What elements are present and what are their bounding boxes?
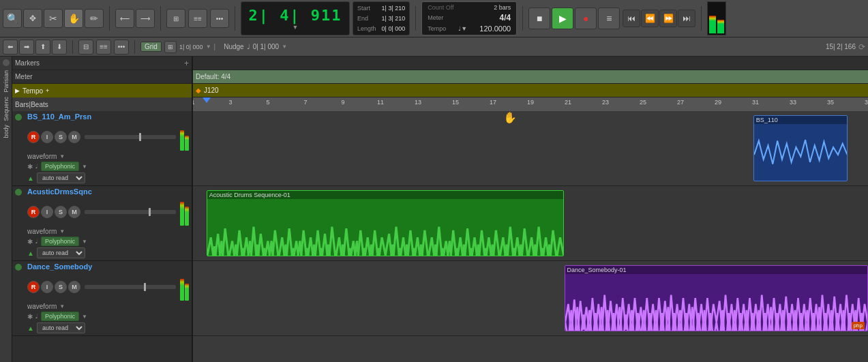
track1-solo-btn[interactable]: S	[55, 131, 67, 143]
track2-waveform-dropdown[interactable]: ▼	[59, 228, 65, 235]
track3-solo-btn[interactable]: S	[55, 281, 67, 293]
arrow-left-btn[interactable]: ⟵	[115, 9, 134, 28]
pencil-tool-btn[interactable]: ✏	[85, 9, 104, 28]
nudge-dropdown[interactable]: ▼	[282, 44, 287, 50]
track3-auto-select[interactable]: auto read auto write auto touch off	[37, 322, 85, 333]
track1-input-btn[interactable]: I	[41, 131, 53, 143]
track3-header-main: Dance_Somebody R I S M	[25, 261, 192, 335]
tempo-expand-arrow[interactable]: ▶	[15, 87, 20, 94]
bar-number-25: 25	[640, 99, 646, 106]
add-ruler-btn[interactable]: +	[184, 59, 189, 68]
eq-btn[interactable]: ≡≡	[188, 9, 207, 28]
divider5	[522, 6, 523, 31]
selector-tool-btn[interactable]: ✂	[44, 9, 63, 28]
track2-mute-btn[interactable]: M	[68, 206, 80, 218]
track1-name[interactable]: BS_110_Am_Prsn	[25, 111, 192, 122]
loop-button[interactable]: ≡	[598, 7, 620, 29]
track2-solo-btn[interactable]: S	[55, 206, 67, 218]
track1-clip-1[interactable]: BS_110	[753, 115, 848, 181]
track3-waveform-dropdown[interactable]: ▼	[59, 303, 65, 310]
track2-poly-btn[interactable]: Polyphonic	[41, 237, 79, 246]
track3-name[interactable]: Dance_Somebody	[25, 261, 192, 272]
tool-group: 🔍 ✥ ✂ ✋ ✏	[3, 9, 104, 28]
track3-input-btn[interactable]: I	[41, 281, 53, 293]
grid-dropdown[interactable]: ▼	[206, 44, 211, 50]
track2-gear-icon: ✱	[27, 238, 33, 245]
mixer-btn[interactable]: ⊞	[166, 9, 185, 28]
record-button[interactable]: ●	[575, 7, 597, 29]
track1-collapse[interactable]	[15, 114, 22, 121]
nav-down-btn[interactable]: ⬇	[52, 40, 67, 55]
track1-waveform-dropdown[interactable]: ▼	[59, 153, 65, 160]
trim-tool-btn[interactable]: ✥	[23, 9, 42, 28]
stop-button[interactable]: ■	[528, 7, 550, 29]
transport-nav: ⏮ ⏪ ⏩ ⏭	[623, 10, 695, 27]
track1-rec-btn[interactable]: R	[27, 131, 40, 143]
track2-auto-select[interactable]: auto read auto write auto touch off	[37, 247, 85, 258]
track2-auto-row: ▲ auto read auto write auto touch off	[25, 247, 192, 259]
play-button[interactable]: ▶	[552, 7, 573, 29]
track2-rec-btn[interactable]: R	[27, 206, 40, 218]
nudge-value: 0| 1| 000	[253, 43, 280, 50]
return-to-zero-btn[interactable]: ⏮	[623, 10, 640, 27]
track2-clip1-label: Acoustic Drums Sequence-01	[207, 191, 564, 199]
track3-mute-btn[interactable]: M	[68, 281, 80, 293]
track-lane-3[interactable]: Dance_Somebody-01 php	[193, 261, 868, 336]
start-label: Start	[357, 5, 370, 12]
track2-input-btn[interactable]: I	[41, 206, 53, 218]
dots-btn[interactable]: •••	[210, 9, 229, 28]
start-end-display: Start 1| 3| 210 End 1| 3| 210 Length 0| …	[353, 1, 410, 35]
grid-toggle-btn[interactable]: Grid	[140, 42, 162, 52]
track3-left	[12, 261, 25, 335]
arrow-group: ⟵ ⟶	[115, 9, 155, 28]
track2-header-main: AcusticDrmsSqnc R I S M	[25, 186, 192, 260]
divider3	[235, 6, 235, 31]
timecode-dropdown[interactable]: ▼	[293, 24, 299, 31]
master-level-meter	[707, 1, 726, 35]
track1-poly-btn[interactable]: Polyphonic	[41, 162, 79, 171]
main-area: Parisian Sequenc body Markers + Meter ▶ …	[0, 57, 868, 362]
grid-icon-btn[interactable]: ⊞	[164, 41, 177, 53]
bars-ruler-header: Bars|Beats	[12, 97, 192, 111]
mixer-toggle-btn[interactable]: ⊟	[78, 40, 93, 55]
track-lane-1[interactable]: BS_110 ✋	[193, 111, 868, 186]
track3-clip-1[interactable]: Dance_Somebody-01 php	[565, 265, 869, 331]
track1-auto-select[interactable]: auto read auto write auto touch off	[37, 172, 85, 183]
nav-fwd-btn[interactable]: ➡	[19, 40, 34, 55]
second-toolbar: ⬅ ➡ ⬆ ⬇ ⊟ ≡≡ ••• Grid ⊞ 1| 0| 000 ▼ | Nu…	[0, 37, 868, 57]
tempo-ruler-label: Tempo	[23, 87, 43, 95]
track3-poly-btn[interactable]: Polyphonic	[41, 312, 79, 321]
arrow-right-btn[interactable]: ⟶	[136, 9, 155, 28]
track1-poly-dropdown[interactable]: ▼	[82, 164, 87, 170]
track2-collapse[interactable]	[15, 189, 22, 196]
grabber-tool-btn[interactable]: ✋	[64, 9, 83, 28]
div7	[72, 40, 73, 54]
nav-up-btn[interactable]: ⬆	[35, 40, 50, 55]
timeline-area: Default: 4/4 ◆ J120 13579111315171921232…	[193, 57, 868, 362]
track1-clip1-label: BS_110	[754, 116, 848, 124]
end-val: 1| 3| 210	[382, 15, 406, 22]
level-bar-right	[717, 20, 724, 33]
tempo-add-btn[interactable]: +	[46, 87, 49, 94]
track2-name[interactable]: AcusticDrmsSqnc	[25, 186, 192, 197]
track2-clip-1[interactable]: Acoustic Drums Sequence-01	[207, 190, 565, 256]
track2-poly-dropdown[interactable]: ▼	[82, 239, 87, 245]
track-lane-2[interactable]: Acoustic Drums Sequence-01	[193, 186, 868, 261]
go-to-end-btn[interactable]: ⏭	[678, 10, 695, 27]
track3-rec-btn[interactable]: R	[27, 281, 40, 293]
nav-back-btn[interactable]: ⬅	[3, 40, 18, 55]
tracks-content: BS_110 ✋ Acoustic Drums Sequence-01	[193, 111, 868, 362]
more-btn[interactable]: •••	[114, 40, 129, 55]
track3-poly-dropdown[interactable]: ▼	[82, 314, 87, 320]
bar-number-11: 11	[377, 99, 384, 106]
fast-forward-btn[interactable]: ⏩	[659, 10, 677, 27]
session-name2: Sequenc	[1, 95, 11, 123]
track1-mute-btn[interactable]: M	[68, 131, 80, 143]
track2-waveform-label: waveform	[27, 228, 57, 235]
sidebar-collapse-btn[interactable]	[3, 59, 10, 66]
zoom-tool-btn[interactable]: 🔍	[3, 9, 22, 28]
eq-toggle-btn[interactable]: ≡≡	[96, 40, 111, 55]
divider1	[109, 6, 110, 31]
track3-collapse[interactable]	[15, 264, 22, 271]
rewind-btn[interactable]: ⏪	[641, 10, 659, 27]
